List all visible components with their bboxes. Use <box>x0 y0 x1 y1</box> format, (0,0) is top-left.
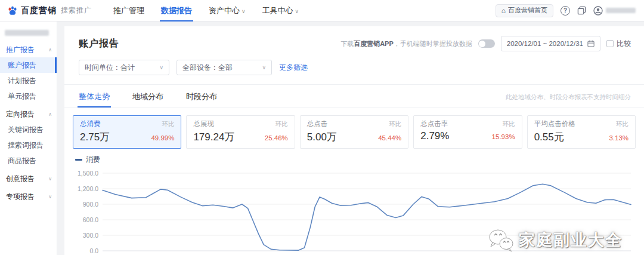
sidebar-item-product-report[interactable]: 商品报告 <box>0 153 57 168</box>
svg-text:1,500.0: 1,500.0 <box>78 170 98 177</box>
trend-chart-section: 消费 1,500.01,200.0900.0600.0300.00.02020-… <box>73 155 636 255</box>
metric-card-total-clicks[interactable]: 总点击环比 5.00万45.44% <box>300 115 408 149</box>
toggle-knob <box>479 41 485 47</box>
svg-text:600.0: 600.0 <box>83 216 98 223</box>
metric-card-total-impressions[interactable]: 总展现环比 179.24万25.46% <box>186 115 295 149</box>
chevron-down-icon: ∨ <box>159 64 163 70</box>
panel-header: 账户报告 下载百度营销APP，手机端随时掌握投放数据 2020/12/01 ~ … <box>64 26 644 51</box>
device-select[interactable]: 全部设备：全部 ∨ <box>177 60 272 75</box>
svg-text:900.0: 900.0 <box>83 201 98 208</box>
sidebar-item-search-term-report[interactable]: 搜索词报告 <box>0 137 57 153</box>
date-range-picker[interactable]: 2020/12/01 ~ 2020/12/31 <box>501 36 600 51</box>
user-account-menu[interactable] <box>593 6 636 16</box>
baidu-paw-icon <box>7 5 18 16</box>
time-unit-select[interactable]: 时间单位：合计 ∨ <box>79 60 169 75</box>
account-name-blurred <box>5 30 49 36</box>
sidebar-group-promotion-report[interactable]: 推广报告∧ <box>0 42 57 57</box>
sidebar-item-keyword-report[interactable]: 关键词报告 <box>0 122 57 137</box>
chevron-down-icon: ∨ <box>295 8 299 14</box>
top-navbar: 百度营销 搜索推广 推广管理 数据报告 资产中心∨ 工具中心∨ ⌂ 百度营销首页… <box>0 0 644 21</box>
chart-legend: 消费 <box>73 155 636 165</box>
feedback-icon[interactable] <box>577 6 586 15</box>
metric-card-total-cost[interactable]: 总消费环比 2.75万49.99% <box>73 115 181 149</box>
svg-text:300.0: 300.0 <box>83 232 98 239</box>
avatar-icon <box>593 6 603 16</box>
chevron-up-icon: ∧ <box>48 112 52 117</box>
legend-label: 消费 <box>86 155 100 165</box>
page-title: 账户报告 <box>79 38 119 50</box>
main-nav: 推广管理 数据报告 资产中心∨ 工具中心∨ <box>105 0 307 21</box>
metric-card-avg-cpc[interactable]: 平均点击价格环比 0.55元3.13% <box>527 115 636 149</box>
help-icon[interactable]: ? <box>561 6 570 16</box>
tabs-note: 此处地域分布、时段分布报表不支持时间细分 <box>506 93 631 107</box>
brand-subtitle: 搜索推广 <box>61 5 92 16</box>
report-tabs: 整体走势 地域分布 时段分布 此处地域分布、时段分布报表不支持时间细分 <box>64 85 644 108</box>
sidebar-group-special-report[interactable]: 专项报告∨ <box>0 189 57 204</box>
username-blurred <box>606 8 636 13</box>
homepage-button[interactable]: ⌂ 百度营销首页 <box>496 4 553 17</box>
nav-item-promotion-management[interactable]: 推广管理 <box>105 0 153 21</box>
header-right-cluster: 下载百度营销APP，手机端随时掌握投放数据 2020/12/01 ~ 2020/… <box>340 36 631 51</box>
metric-cards-row: 总消费环比 2.75万49.99% 总展现环比 179.24万25.46% 总点… <box>73 115 636 149</box>
chevron-up-icon: ∧ <box>48 47 52 53</box>
chevron-down-icon: ∨ <box>48 194 52 199</box>
nav-item-data-report[interactable]: 数据报告 <box>153 0 200 21</box>
svg-text:1,200.0: 1,200.0 <box>78 185 98 192</box>
consumption-trend-chart: 1,500.01,200.0900.0600.0300.00.02020-12-… <box>73 167 636 255</box>
calendar-icon <box>587 40 595 47</box>
app-download-hint: 下载百度营销APP，手机端随时掌握投放数据 <box>340 39 472 48</box>
nav-item-asset-center[interactable]: 资产中心∨ <box>200 0 254 21</box>
tab-overall-trend[interactable]: 整体走势 <box>79 91 110 107</box>
checkbox-icon <box>606 40 614 47</box>
app-download-toggle[interactable] <box>478 39 495 48</box>
baidu-marketing-logo[interactable]: 百度营销 搜索推广 <box>6 5 92 16</box>
metric-card-ctr[interactable]: 总点击率环比 2.79%15.93% <box>413 115 522 149</box>
sidebar-item-account-report[interactable]: 账户报告 <box>0 57 57 73</box>
filter-row: 时间单位：合计 ∨ 全部设备：全部 ∨ 更多筛选 <box>64 51 644 75</box>
navbar-right-cluster: ⌂ 百度营销首页 ? <box>496 4 638 17</box>
home-icon: ⌂ <box>501 7 506 14</box>
nav-item-tool-center[interactable]: 工具中心∨ <box>254 0 308 21</box>
compare-checkbox[interactable]: 比较 <box>606 39 631 49</box>
brand-name: 百度营销 <box>21 5 57 16</box>
sidebar-group-creative-report[interactable]: 创意报告∨ <box>0 171 57 186</box>
more-filters-link[interactable]: 更多筛选 <box>279 63 308 73</box>
chevron-down-icon: ∨ <box>48 176 52 182</box>
chevron-down-icon: ∨ <box>262 64 266 70</box>
tab-time-distribution[interactable]: 时段分布 <box>186 91 217 107</box>
sidebar-item-unit-report[interactable]: 单元报告 <box>0 88 57 104</box>
chevron-down-icon: ∨ <box>242 8 246 14</box>
report-sidebar: 推广报告∧ 账户报告 计划报告 单元报告 定向报告∧ 关键词报告 搜索词报告 商… <box>0 21 57 255</box>
sidebar-group-targeting-report[interactable]: 定向报告∧ <box>0 106 57 122</box>
legend-line-swatch <box>75 159 82 161</box>
tab-region-distribution[interactable]: 地域分布 <box>132 91 163 107</box>
account-report-panel: 账户报告 下载百度营销APP，手机端随时掌握投放数据 2020/12/01 ~ … <box>64 26 644 255</box>
svg-text:0.0: 0.0 <box>89 247 98 254</box>
sidebar-item-plan-report[interactable]: 计划报告 <box>0 73 57 88</box>
